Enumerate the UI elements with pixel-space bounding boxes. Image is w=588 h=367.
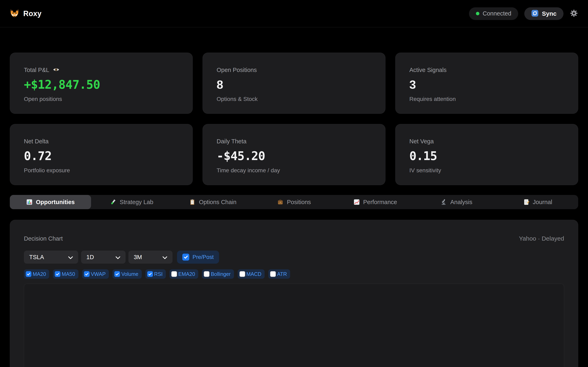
stat-subtext: Portfolio exposure <box>24 167 192 174</box>
chart-up-icon <box>354 199 360 205</box>
indicator-label: MA50 <box>62 271 75 277</box>
indicator-label: MA20 <box>33 271 46 277</box>
tab-positions[interactable]: Positions <box>253 195 335 209</box>
connection-status-badge: Connected <box>469 7 518 20</box>
stat-value: 3 <box>409 79 578 91</box>
chart-canvas[interactable] <box>24 284 564 367</box>
checkbox-checked-icon[interactable] <box>55 271 61 277</box>
prepost-label: Pre/Post <box>192 254 214 260</box>
indicator-chip-ma50[interactable]: MA50 <box>53 269 78 279</box>
clipboard-icon <box>189 199 196 205</box>
tab-performance[interactable]: Performance <box>335 195 416 209</box>
tab-options-chain[interactable]: Options Chain <box>172 195 253 209</box>
tab-strategy-lab[interactable]: Strategy Lab <box>91 195 172 209</box>
indicator-chip-volume[interactable]: Volume <box>112 269 141 279</box>
stat-card-total-pnl: Total P&L +$12,847.50 Open positions <box>10 53 193 114</box>
tab-label: Opportunities <box>36 199 75 206</box>
gear-icon <box>570 9 578 18</box>
connection-status-label: Connected <box>483 10 511 17</box>
app-title: Roxy <box>23 9 42 18</box>
checkbox-checked-icon[interactable] <box>114 271 120 277</box>
range-select[interactable]: 3M <box>129 250 173 264</box>
stat-label: Daily Theta <box>217 138 246 145</box>
stat-subtext: Requires attention <box>409 96 578 102</box>
stat-card-open-positions: Open Positions 8 Options & Stock <box>203 53 385 114</box>
indicator-label: Bollinger <box>211 271 231 277</box>
tab-opportunities[interactable]: Opportunities <box>10 195 91 209</box>
symbol-select[interactable]: TSLA <box>24 250 78 264</box>
indicator-chip-macd[interactable]: MACD <box>238 269 265 279</box>
stat-value: +$12,847.50 <box>24 79 192 91</box>
chevron-down-icon <box>163 254 167 261</box>
stat-subtext: Options & Stock <box>217 96 385 102</box>
interval-select[interactable]: 1D <box>81 250 126 264</box>
stat-subtext: Open positions <box>24 96 192 102</box>
header-actions: Connected Sync <box>469 7 578 20</box>
indicator-chip-vwap[interactable]: VWAP <box>82 269 109 279</box>
status-dot-icon <box>476 12 479 15</box>
tab-analysis[interactable]: Analysis <box>416 195 497 209</box>
tab-label: Strategy Lab <box>120 199 153 206</box>
stat-subtext: Time decay income / day <box>217 167 385 174</box>
stat-card-daily-theta: Daily Theta -$45.20 Time decay income / … <box>203 124 385 185</box>
sync-button[interactable]: Sync <box>524 7 563 20</box>
chevron-down-icon <box>68 254 73 261</box>
checkbox-unchecked-icon[interactable] <box>171 271 177 277</box>
checkbox-unchecked-icon[interactable] <box>240 271 245 277</box>
sync-arrows-icon <box>531 9 539 18</box>
stat-value: 0.72 <box>24 150 192 162</box>
checkbox-checked-icon[interactable] <box>84 271 90 277</box>
indicator-label: VWAP <box>91 271 106 277</box>
eye-icon[interactable] <box>53 67 60 73</box>
indicator-chip-ema20[interactable]: EMA20 <box>169 269 198 279</box>
tab-label: Options Chain <box>199 199 236 206</box>
tab-journal[interactable]: Journal <box>497 195 578 209</box>
settings-button[interactable] <box>570 9 578 18</box>
indicator-chip-ma20[interactable]: MA20 <box>24 269 49 279</box>
test-tube-icon <box>110 199 116 205</box>
indicator-chip-rsi[interactable]: RSI <box>145 269 166 279</box>
interval-select-value: 1D <box>86 254 94 261</box>
checkbox-checked-icon[interactable] <box>182 254 189 261</box>
stat-value: 8 <box>217 79 385 91</box>
indicator-chip-bollinger[interactable]: Bollinger <box>202 269 234 279</box>
memo-icon <box>523 199 530 205</box>
top-bar: Roxy Connected Sync <box>0 0 588 27</box>
stat-label: Active Signals <box>409 67 447 73</box>
stat-card-net-vega: Net Vega 0.15 IV sensitivity <box>395 124 578 185</box>
stat-label: Net Vega <box>409 138 434 145</box>
microscope-icon <box>440 199 447 205</box>
tab-label: Analysis <box>450 199 472 206</box>
chevron-down-icon <box>116 254 120 261</box>
prepost-toggle[interactable]: Pre/Post <box>177 250 219 264</box>
checkbox-unchecked-icon[interactable] <box>204 271 209 277</box>
panel-title: Decision Chart <box>24 235 63 242</box>
stat-label: Net Delta <box>24 138 49 145</box>
indicator-label: RSI <box>154 271 163 277</box>
checkbox-checked-icon[interactable] <box>147 271 153 277</box>
stats-grid: Total P&L +$12,847.50 Open positions Ope… <box>10 53 578 185</box>
tab-label: Positions <box>287 199 311 206</box>
indicator-label: EMA20 <box>178 271 195 277</box>
stat-card-net-delta: Net Delta 0.72 Portfolio exposure <box>10 124 193 185</box>
tab-label: Journal <box>533 199 552 206</box>
stat-card-active-signals: Active Signals 3 Requires attention <box>395 53 578 114</box>
symbol-select-value: TSLA <box>29 254 44 261</box>
range-select-value: 3M <box>134 254 142 261</box>
brand: Roxy <box>10 9 42 18</box>
stat-value: 0.15 <box>409 150 578 162</box>
bar-chart-icon <box>26 199 33 205</box>
stat-subtext: IV sensitivity <box>409 167 578 174</box>
briefcase-icon <box>277 199 284 205</box>
tab-label: Performance <box>363 199 397 206</box>
indicator-chips: MA20 MA50 VWAP Volume <box>24 269 564 279</box>
checkbox-checked-icon[interactable] <box>26 271 31 277</box>
chart-controls: TSLA 1D 3M Pre/Pos <box>24 250 564 264</box>
app-window: Roxy Connected Sync <box>0 0 588 367</box>
stat-value: -$45.20 <box>217 150 385 162</box>
stat-label: Total P&L <box>24 67 49 73</box>
sync-button-label: Sync <box>542 10 557 17</box>
stat-label: Open Positions <box>217 67 257 73</box>
indicator-chip-atr[interactable]: ATR <box>268 269 290 279</box>
checkbox-unchecked-icon[interactable] <box>270 271 276 277</box>
